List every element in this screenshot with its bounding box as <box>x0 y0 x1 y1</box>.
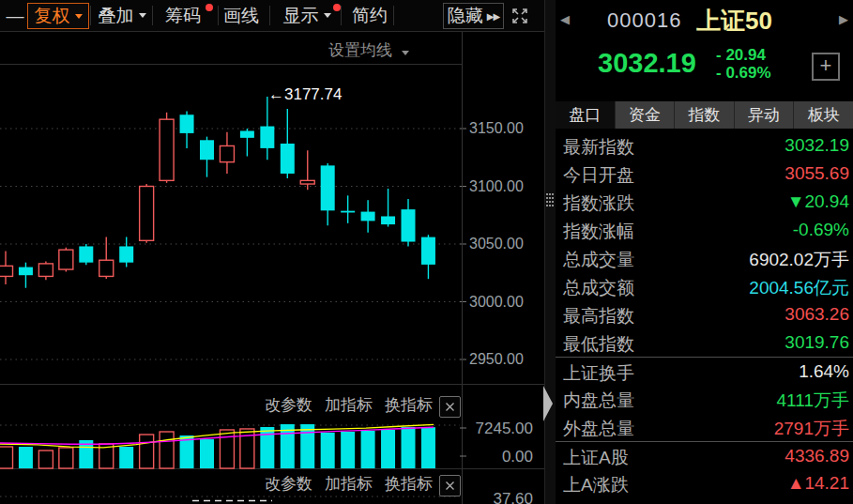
stock-app-window: — 复权 叠加 筹码 画线 显示 简约 隐藏 <box>0 0 853 504</box>
close-icon <box>445 402 455 412</box>
quote-row-value: -0.69% <box>793 220 849 240</box>
simple-mode-label: 简约 <box>352 4 388 28</box>
quote-row: 指数涨幅-0.69% <box>556 216 853 244</box>
current-price: 3032.19 <box>598 48 696 79</box>
y-axis-label: 3100.00 <box>469 178 524 195</box>
chevron-down-icon <box>324 13 331 18</box>
adjust-price-button[interactable]: 复权 <box>27 3 89 29</box>
quote-row: 上A涨跌▲14.21 <box>556 469 853 497</box>
quote-panel: ◀ 000016 上证50 ▶ 3032.19 - 20.94 - 0.69% … <box>556 0 853 504</box>
tab-异动[interactable]: 异动 <box>735 101 795 129</box>
quote-row-label: 内盘总量 <box>563 389 634 413</box>
quote-row-value: 3019.76 <box>784 332 849 353</box>
quote-row: 指数涨跌▼20.94 <box>556 188 853 216</box>
stock-code: 000016 <box>607 8 681 33</box>
quote-row-value: ▲14.21 <box>787 473 849 494</box>
chevron-down-icon <box>139 13 146 18</box>
simple-mode-button[interactable]: 简约 <box>347 0 392 31</box>
quote-row-value: 1.64% <box>799 361 849 382</box>
tab-指数[interactable]: 指数 <box>675 101 735 129</box>
edit-params-link[interactable]: 改参数 <box>265 394 312 416</box>
toolbar-divider <box>341 6 342 25</box>
prev-stock-arrow[interactable]: ◀ <box>560 12 570 26</box>
quote-row-label: 总成交量 <box>563 248 634 272</box>
high-price-annotation: ←3177.74 <box>268 85 342 104</box>
y-axis-label: 3050.00 <box>469 236 524 252</box>
expand-icon <box>511 8 528 24</box>
change-value: - 20.94 <box>716 46 771 64</box>
quote-row: 总成交额2004.56亿元 <box>556 272 853 300</box>
indicator-panel-header: 改参数 加指标 换指标 <box>0 473 433 495</box>
overlay-button[interactable]: 叠加 <box>94 0 150 31</box>
toolbar-divider <box>269 6 270 25</box>
toolbar-divider <box>152 6 153 25</box>
tab-资金[interactable]: 资金 <box>616 101 676 129</box>
quote-row-label: 上证A股 <box>563 446 629 470</box>
hide-panel-label: 隐藏 <box>448 4 483 28</box>
draw-line-button[interactable]: 画线 <box>219 0 264 31</box>
quote-row: 总成交量6902.02万手 <box>556 244 853 272</box>
quote-row-label: 指数涨幅 <box>563 220 634 244</box>
chevron-down-icon <box>402 51 409 55</box>
fullscreen-button[interactable] <box>511 8 528 24</box>
y-axis-label: 3150.00 <box>469 120 524 137</box>
quote-row-label: 上证换手 <box>563 361 634 386</box>
quote-row-label: 总成交额 <box>563 276 634 300</box>
quote-row-label: 最低指数 <box>563 332 634 357</box>
quote-row: 上证B股236.07 <box>556 497 853 504</box>
y-axis-label: 2950.00 <box>469 351 524 368</box>
add-indicator-link[interactable]: 加指标 <box>325 473 373 495</box>
adjust-price-label: 复权 <box>35 4 70 28</box>
edit-params-link[interactable]: 改参数 <box>265 473 312 495</box>
hide-panel-button[interactable]: 隐藏 ▶▶ <box>443 3 504 29</box>
quote-row: 内盘总量4111万手 <box>556 385 853 413</box>
quote-row-label: 最高指数 <box>563 304 634 328</box>
minimize-button[interactable]: — <box>6 0 24 31</box>
tab-板块[interactable]: 板块 <box>794 101 853 129</box>
chip-distribution-label: 筹码 <box>165 4 201 28</box>
display-button[interactable]: 显示 <box>276 0 338 31</box>
double-arrow-icon: ▶▶ <box>487 11 499 22</box>
add-indicator-link[interactable]: 加指标 <box>325 394 373 416</box>
toolbar-divider <box>393 6 394 25</box>
quote-row-label: 今日开盘 <box>563 163 634 188</box>
display-label: 显示 <box>283 4 319 28</box>
quote-row-label: 指数涨跌 <box>563 191 634 216</box>
add-to-watchlist-button[interactable]: + <box>812 53 840 81</box>
quote-row: 上证换手1.64% <box>556 357 853 385</box>
quote-row: 外盘总量2791万手 <box>556 413 853 441</box>
overlay-label: 叠加 <box>99 4 134 28</box>
volume-axis-min-label: 0.00 <box>420 448 533 466</box>
quote-row-value: 2004.56亿元 <box>749 276 849 300</box>
stock-name: 上证50 <box>696 5 772 38</box>
quote-row-value: ▼20.94 <box>787 191 849 212</box>
chevron-down-icon <box>75 14 83 19</box>
quote-row-label: 最新指数 <box>563 135 634 160</box>
chip-distribution-button[interactable]: 筹码 <box>156 0 210 31</box>
quote-row-label: 外盘总量 <box>563 417 634 441</box>
quote-row: 今日开盘3055.69 <box>556 160 853 188</box>
switch-indicator-link[interactable]: 换指标 <box>385 394 433 416</box>
quote-row: 上证A股4336.89 <box>556 441 853 469</box>
quote-row-value: 3032.19 <box>784 135 849 156</box>
quote-row-value: 4111万手 <box>777 389 849 413</box>
quote-row-value: 3063.26 <box>784 304 849 325</box>
volume-panel-header: 改参数 加指标 换指标 <box>0 394 433 416</box>
change-percent: - 0.69% <box>716 64 771 82</box>
splitter-grip-icon[interactable] <box>546 193 548 195</box>
indicator-axis-label: 37.60 <box>420 490 533 504</box>
tab-盘口[interactable]: 盘口 <box>556 101 616 129</box>
close-volume-panel-button[interactable] <box>439 396 461 418</box>
quote-row: 最新指数3032.19 <box>556 131 853 160</box>
quote-tabs: 盘口资金指数异动板块 <box>556 101 853 129</box>
notification-dot <box>333 4 341 11</box>
quote-row-value: 4336.89 <box>784 446 849 466</box>
collapse-arrow-icon[interactable] <box>543 386 553 421</box>
quote-row: 最高指数3063.26 <box>556 300 853 328</box>
next-stock-arrow[interactable]: ▶ <box>839 12 848 26</box>
y-axis-label: 3000.00 <box>469 294 524 311</box>
ma-settings-label: 设置均线 <box>328 41 392 59</box>
chart-toolbar: — 复权 叠加 筹码 画线 显示 简约 隐藏 <box>0 0 544 32</box>
ma-settings-dropdown[interactable]: 设置均线 <box>328 39 409 61</box>
draw-line-label: 画线 <box>223 4 259 28</box>
